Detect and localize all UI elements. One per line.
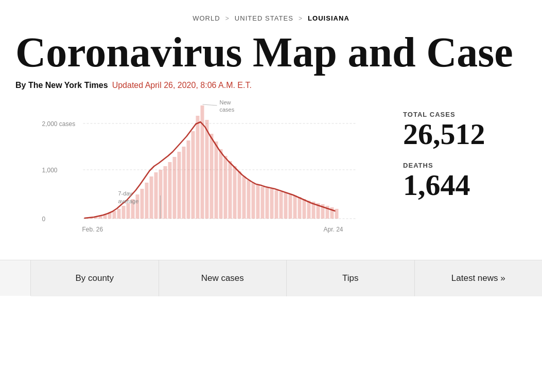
latest-news-button[interactable]: Latest news » (415, 260, 543, 296)
byline-row: By The New York Times Updated April 26, … (0, 76, 542, 100)
svg-rect-34 (229, 161, 232, 219)
svg-rect-51 (307, 201, 311, 219)
breadcrumb: WORLD > UNITED STATES > LOUISIANA (0, 0, 542, 27)
svg-rect-50 (303, 199, 306, 219)
breadcrumb-sep-1: > (225, 15, 230, 22)
svg-rect-24 (182, 147, 186, 219)
total-cases-value: 26,512 (403, 119, 516, 149)
svg-rect-33 (224, 156, 228, 219)
svg-rect-22 (173, 157, 177, 219)
svg-rect-26 (191, 131, 195, 219)
svg-rect-20 (164, 166, 167, 219)
svg-rect-16 (145, 183, 149, 219)
svg-rect-39 (252, 183, 255, 219)
new-cases-button[interactable]: New cases (159, 260, 287, 296)
svg-text:7-day: 7-day (118, 190, 133, 197)
breadcrumb-sep-2: > (299, 15, 303, 22)
svg-rect-49 (298, 197, 302, 219)
svg-rect-21 (168, 162, 172, 219)
y-label-2000: 2,000 cases (42, 120, 76, 128)
deaths-block: DEATHS 1,644 (403, 162, 516, 200)
svg-rect-47 (289, 194, 292, 219)
svg-rect-10 (117, 209, 121, 219)
x-label-feb: Feb. 26 (82, 226, 103, 233)
nav-spacer (0, 260, 31, 296)
y-label-0: 0 (42, 216, 46, 223)
breadcrumb-world[interactable]: WORLD (193, 14, 220, 22)
svg-rect-32 (219, 149, 223, 219)
tips-button[interactable]: Tips (287, 260, 415, 296)
svg-rect-15 (141, 189, 144, 219)
svg-rect-43 (270, 189, 274, 219)
byline-author: By The New York Times (15, 81, 108, 90)
svg-rect-35 (233, 166, 237, 219)
page-container: WORLD > UNITED STATES > LOUISIANA Corona… (0, 0, 542, 296)
breadcrumb-us[interactable]: UNITED STATES (235, 14, 293, 22)
svg-rect-36 (238, 171, 241, 219)
svg-rect-30 (210, 134, 214, 219)
chart-svg: 2,000 cases 1,000 0 (15, 100, 377, 244)
svg-rect-17 (150, 176, 153, 219)
svg-rect-41 (261, 187, 265, 219)
x-label-apr: Apr. 24 (324, 226, 343, 233)
svg-rect-46 (284, 193, 288, 219)
svg-text:average: average (118, 198, 139, 204)
byline-updated: Updated April 26, 2020, 8:06 A.M. E.T. (112, 81, 252, 90)
svg-rect-11 (122, 206, 126, 219)
svg-rect-29 (205, 120, 209, 219)
breadcrumb-louisiana[interactable]: LOUISIANA (308, 14, 349, 22)
svg-rect-45 (279, 192, 283, 219)
svg-rect-57 (335, 209, 339, 219)
y-label-1000: 1,000 (42, 167, 58, 174)
svg-rect-27 (196, 116, 200, 219)
svg-text:cases: cases (220, 106, 235, 113)
svg-text:New: New (220, 100, 231, 105)
svg-rect-37 (242, 176, 246, 219)
deaths-value: 1,644 (403, 170, 516, 200)
bottom-nav: By county New cases Tips Latest news » (0, 260, 542, 296)
svg-rect-18 (154, 172, 158, 219)
stats-panel: TOTAL CASES 26,512 DEATHS 1,644 (388, 100, 527, 212)
svg-rect-25 (187, 140, 190, 219)
content-area: 2,000 cases 1,000 0 (0, 100, 542, 244)
chart-container: 2,000 cases 1,000 0 (15, 100, 377, 244)
svg-rect-42 (266, 188, 269, 219)
page-title: Coronavirus Map and Case (0, 27, 542, 76)
svg-rect-9 (113, 211, 116, 219)
svg-rect-44 (275, 190, 278, 219)
svg-rect-40 (256, 185, 260, 219)
by-county-button[interactable]: By county (31, 260, 159, 296)
svg-rect-23 (178, 152, 181, 219)
svg-rect-48 (293, 195, 297, 219)
total-cases-block: TOTAL CASES 26,512 (403, 111, 516, 149)
svg-rect-38 (247, 180, 251, 219)
svg-rect-12 (127, 203, 130, 219)
svg-rect-31 (215, 141, 218, 219)
svg-line-58 (203, 104, 217, 105)
